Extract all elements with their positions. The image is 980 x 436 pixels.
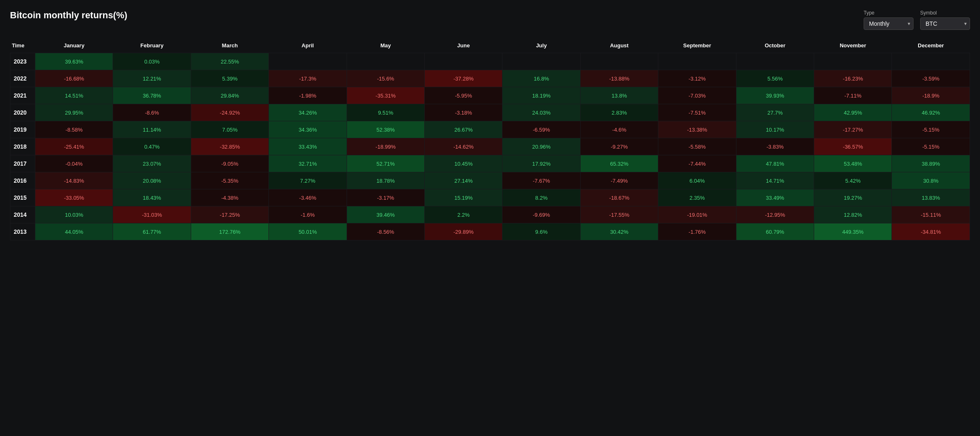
- value-cell: -7.51%: [658, 104, 736, 121]
- value-cell: -4.6%: [580, 121, 658, 138]
- col-header-time: Time: [10, 38, 35, 53]
- value-cell: -7.44%: [658, 155, 736, 172]
- table-row: 202339.63%0.03%22.55%: [10, 53, 970, 70]
- value-cell: [347, 53, 424, 70]
- value-cell: -3.17%: [347, 189, 424, 206]
- value-cell: 36.78%: [113, 87, 191, 104]
- value-cell: -12.95%: [736, 206, 814, 223]
- value-cell: -8.58%: [35, 121, 113, 138]
- value-cell: -17.25%: [191, 206, 268, 223]
- table-row: 2019-8.58%11.14%7.05%34.36%52.38%26.67%-…: [10, 121, 970, 138]
- value-cell: 53.48%: [814, 155, 892, 172]
- type-dropdown[interactable]: Monthly Weekly Daily: [864, 17, 914, 30]
- type-dropdown-wrapper[interactable]: Monthly Weekly Daily: [864, 17, 914, 30]
- value-cell: 29.84%: [191, 87, 268, 104]
- value-cell: -6.59%: [502, 121, 580, 138]
- value-cell: 449.35%: [814, 223, 892, 240]
- value-cell: 5.42%: [814, 172, 892, 189]
- value-cell: 52.71%: [347, 155, 424, 172]
- year-cell: 2021: [10, 87, 35, 104]
- value-cell: -7.67%: [502, 172, 580, 189]
- value-cell: 15.19%: [425, 189, 502, 206]
- value-cell: -37.28%: [425, 70, 502, 87]
- col-header-january: January: [35, 38, 113, 53]
- value-cell: 10.17%: [736, 121, 814, 138]
- value-cell: 47.81%: [736, 155, 814, 172]
- symbol-label: Symbol: [920, 10, 970, 16]
- value-cell: 9.51%: [347, 104, 424, 121]
- value-cell: -7.11%: [814, 87, 892, 104]
- value-cell: -34.81%: [892, 223, 970, 240]
- symbol-dropdown[interactable]: BTC ETH LTC: [920, 17, 970, 30]
- value-cell: 9.6%: [502, 223, 580, 240]
- col-header-july: July: [502, 38, 580, 53]
- col-header-october: October: [736, 38, 814, 53]
- value-cell: -13.38%: [658, 121, 736, 138]
- value-cell: 18.19%: [502, 87, 580, 104]
- value-cell: 42.95%: [814, 104, 892, 121]
- symbol-control: Symbol BTC ETH LTC: [920, 10, 970, 30]
- value-cell: -5.95%: [425, 87, 502, 104]
- value-cell: 39.93%: [736, 87, 814, 104]
- value-cell: -8.56%: [347, 223, 424, 240]
- value-cell: 24.03%: [502, 104, 580, 121]
- value-cell: 2.35%: [658, 189, 736, 206]
- table-row: 2017-0.04%23.07%-9.05%32.71%52.71%10.45%…: [10, 155, 970, 172]
- table-row: 2016-14.83%20.08%-5.35%7.27%18.78%27.14%…: [10, 172, 970, 189]
- value-cell: 27.7%: [736, 104, 814, 121]
- value-cell: [580, 53, 658, 70]
- value-cell: 52.38%: [347, 121, 424, 138]
- value-cell: -36.57%: [814, 138, 892, 155]
- value-cell: -17.55%: [580, 206, 658, 223]
- value-cell: -14.62%: [425, 138, 502, 155]
- table-row: 2022-16.68%12.21%5.39%-17.3%-15.6%-37.28…: [10, 70, 970, 87]
- table-row: 201344.05%61.77%172.76%50.01%-8.56%-29.8…: [10, 223, 970, 240]
- value-cell: 34.36%: [269, 121, 347, 138]
- symbol-dropdown-wrapper[interactable]: BTC ETH LTC: [920, 17, 970, 30]
- table-row: 2018-25.41%0.47%-32.85%33.43%-18.99%-14.…: [10, 138, 970, 155]
- value-cell: -4.38%: [191, 189, 268, 206]
- year-cell: 2017: [10, 155, 35, 172]
- value-cell: -16.23%: [814, 70, 892, 87]
- value-cell: 61.77%: [113, 223, 191, 240]
- value-cell: 14.71%: [736, 172, 814, 189]
- value-cell: -18.67%: [580, 189, 658, 206]
- controls-panel: Type Monthly Weekly Daily Symbol BTC ETH…: [864, 10, 970, 30]
- value-cell: [502, 53, 580, 70]
- value-cell: -8.6%: [113, 104, 191, 121]
- value-cell: -5.35%: [191, 172, 268, 189]
- value-cell: -19.01%: [658, 206, 736, 223]
- value-cell: -5.15%: [892, 138, 970, 155]
- value-cell: 12.82%: [814, 206, 892, 223]
- value-cell: -18.9%: [892, 87, 970, 104]
- col-header-april: April: [269, 38, 347, 53]
- value-cell: -25.41%: [35, 138, 113, 155]
- value-cell: 30.42%: [580, 223, 658, 240]
- value-cell: -5.58%: [658, 138, 736, 155]
- value-cell: -9.27%: [580, 138, 658, 155]
- value-cell: -5.15%: [892, 121, 970, 138]
- value-cell: 50.01%: [269, 223, 347, 240]
- value-cell: -29.89%: [425, 223, 502, 240]
- value-cell: [814, 53, 892, 70]
- type-label: Type: [864, 10, 914, 16]
- value-cell: 11.14%: [113, 121, 191, 138]
- value-cell: 10.45%: [425, 155, 502, 172]
- col-header-february: February: [113, 38, 191, 53]
- value-cell: 33.49%: [736, 189, 814, 206]
- value-cell: -3.46%: [269, 189, 347, 206]
- value-cell: 19.27%: [814, 189, 892, 206]
- table-row: 202114.51%36.78%29.84%-1.98%-35.31%-5.95…: [10, 87, 970, 104]
- value-cell: [425, 53, 502, 70]
- value-cell: -13.88%: [580, 70, 658, 87]
- year-cell: 2015: [10, 189, 35, 206]
- col-header-december: December: [892, 38, 970, 53]
- value-cell: -1.6%: [269, 206, 347, 223]
- value-cell: 13.83%: [892, 189, 970, 206]
- table-row: 201410.03%-31.03%-17.25%-1.6%39.46%2.2%-…: [10, 206, 970, 223]
- value-cell: 39.63%: [35, 53, 113, 70]
- col-header-march: March: [191, 38, 268, 53]
- value-cell: 6.04%: [658, 172, 736, 189]
- value-cell: -1.76%: [658, 223, 736, 240]
- value-cell: 20.96%: [502, 138, 580, 155]
